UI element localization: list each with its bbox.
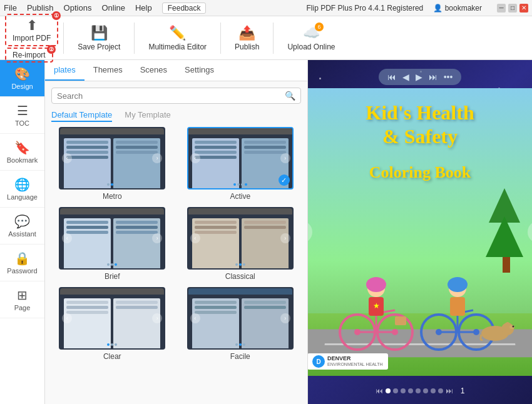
denver-logo: D DENVER ENVIRONMENTAL HEALTH [308,353,388,370]
sub-tab-my-template[interactable]: My Template [125,110,170,122]
nav-dot-4[interactable] [408,388,413,393]
menu-online[interactable]: Online [101,3,125,13]
reimport-button[interactable]: Re-import ② [5,48,53,63]
window-controls: ─ □ ✕ [497,4,528,13]
multimedia-editor-button[interactable]: ✏️ Multimedia Editor [140,21,215,55]
playback-controls: ⏮ ◀ ▶ ⏭ ••• [379,69,462,85]
template-thumb-clear: ‹ › [59,287,165,350]
sidebar-item-assistant[interactable]: 💬 Assistant [0,208,44,245]
sidebar-item-toc[interactable]: ☰ TOC [0,97,44,134]
nav-dot-7[interactable] [431,388,436,393]
save-icon: 💾 [91,25,108,41]
panel-tabs: plates Themes Scenes Settings [45,60,307,81]
sub-tabs: Default Template My Template [45,110,307,127]
sidebar-item-page[interactable]: ⊞ Page [0,281,44,318]
sidebar-item-bookmark[interactable]: 🔖 Bookmark [0,134,44,171]
toolbar-separator-1 [63,23,64,54]
svg-point-25 [513,326,514,328]
nav-dot-3[interactable] [401,388,406,393]
menu-bar: File Publish Options Online Help Feedbac… [0,0,532,16]
book-cover: Kid's Health & Safety Coloring Book [308,88,532,376]
template-thumb-brief: ‹ › [59,207,165,270]
metro-prev-arrow: ‹ [62,153,72,163]
template-classical[interactable]: ‹ › Classical [180,207,302,281]
maximize-button[interactable]: □ [508,4,517,13]
main-area: 🎨 Design ☰ TOC 🔖 Bookmark 🌐 Language 💬 A… [0,60,532,404]
nav-dot-8[interactable] [438,388,443,393]
sidebar: 🎨 Design ☰ TOC 🔖 Bookmark 🌐 Language 💬 A… [0,60,45,404]
tab-themes[interactable]: Themes [84,60,131,81]
svg-point-21 [448,277,468,292]
template-grid: ‹ › Metro [45,127,307,361]
svg-text:★: ★ [373,301,380,310]
nav-dot-6[interactable] [423,388,428,393]
menu-publish[interactable]: Publish [27,3,54,13]
toc-icon: ☰ [17,103,28,118]
sidebar-item-language[interactable]: 🌐 Language [0,171,44,208]
template-classical-label: Classical [225,272,255,281]
menu-help[interactable]: Help [135,3,152,13]
publish-button[interactable]: 📤 Publish [226,21,268,55]
feedback-button[interactable]: Feedback [162,3,207,14]
svg-rect-20 [450,297,465,316]
template-metro[interactable]: ‹ › Metro [51,127,173,201]
app-title: Flip PDF Plus Pro 4.4.1 Registered [307,4,424,13]
template-active[interactable]: ‹ › ✓ Active [180,127,302,201]
playback-last-button[interactable]: ⏭ [429,72,437,82]
upload-notification-badge: 6 [315,23,324,31]
close-button[interactable]: ✕ [519,4,528,13]
template-brief-label: Brief [105,272,120,281]
menu-file[interactable]: File [4,3,17,13]
preview-area: ⏮ ◀ ▶ ⏭ ••• ‹ › Kid's Health & Safety Co… [308,60,532,404]
playback-more-button[interactable]: ••• [444,72,453,82]
template-clear[interactable]: ‹ › Clear [51,287,173,361]
template-thumb-metro: ‹ › [59,127,165,189]
sub-tab-default[interactable]: Default Template [51,110,112,122]
book-container: ‹ › Kid's Health & Safety Coloring Book [308,88,532,376]
template-facile[interactable]: ‹ › Facile [180,287,302,361]
template-clear-label: Clear [103,352,121,361]
nav-dot-1[interactable] [386,388,391,393]
save-project-button[interactable]: 💾 Save Project [69,21,129,55]
import-group: ⬆ Import PDF ① Re-import ② [5,14,58,63]
tab-scenes[interactable]: Scenes [131,60,176,81]
nav-last-button[interactable]: ⏭ [446,386,453,395]
toolbar-separator-2 [134,23,135,54]
sidebar-item-password[interactable]: 🔒 Password [0,245,44,281]
menu-options[interactable]: Options [64,3,92,13]
nav-dot-5[interactable] [416,388,421,393]
nav-dot-2[interactable] [393,388,398,393]
template-thumb-facile: ‹ › [187,287,294,350]
book-title: Kid's Health & Safety [308,101,532,149]
denver-icon: D [312,355,325,368]
template-thumb-classical: ‹ › [187,207,294,270]
panel: plates Themes Scenes Settings 🔍 Default … [45,60,308,404]
search-icon: 🔍 [285,91,295,101]
template-brief[interactable]: ‹ › Brief [51,207,173,281]
metro-next-arrow: › [152,153,162,163]
design-icon: 🎨 [14,66,30,81]
import-pdf-button[interactable]: ⬆ Import PDF ① [5,14,58,46]
toolbar-separator-3 [220,23,221,54]
tab-plates[interactable]: plates [45,60,84,81]
toolbar: ⬆ Import PDF ① Re-import ② 💾 Save Projec… [0,16,532,60]
tab-settings[interactable]: Settings [176,60,223,81]
playback-first-button[interactable]: ⏮ [387,72,396,82]
minimize-button[interactable]: ─ [497,4,506,13]
sidebar-item-design[interactable]: 🎨 Design [0,60,44,97]
import-badge: ① [52,11,61,20]
template-facile-label: Facile [230,352,250,361]
nav-first-button[interactable]: ⏮ [376,386,383,395]
template-thumb-active: ‹ › ✓ [187,127,294,189]
playback-prev-button[interactable]: ◀ [402,72,409,82]
svg-point-10 [366,277,386,292]
active-prev-arrow: ‹ [190,153,200,163]
denver-name: DENVER [327,356,383,362]
template-metro-label: Metro [103,192,122,201]
denver-sub: ENVIRONMENTAL HEALTH [327,362,383,367]
active-selected-badge: ✓ [279,174,290,186]
search-input[interactable] [57,91,285,101]
upload-online-button[interactable]: ☁️ 6 Upload Online [279,21,344,55]
upload-icon: ☁️ 6 [303,25,320,41]
playback-next-button[interactable]: ▶ [416,72,422,82]
